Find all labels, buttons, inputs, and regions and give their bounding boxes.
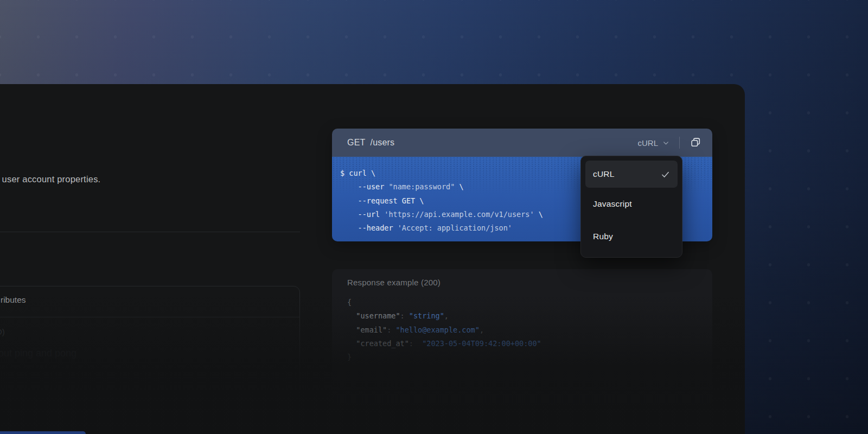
code-segment: --user — [340, 182, 388, 191]
code-segment: $ curl \ — [340, 169, 375, 177]
dropdown-item-curl[interactable]: cURL — [585, 161, 678, 188]
code-segment: 'https://api.example.com/v1/users' — [384, 210, 534, 219]
code-line: "email": "hello@example.com", — [347, 323, 697, 337]
copy-icon — [690, 136, 701, 150]
chevron-down-icon — [662, 139, 669, 146]
code-line: "created_at": "2023-05-04T09:42:00+00:00… — [347, 337, 697, 350]
header-divider — [679, 137, 680, 149]
code-segment: "username" — [356, 311, 400, 320]
code-segment: { — [347, 298, 352, 307]
dropdown-item-javascript[interactable]: Javascript — [585, 188, 678, 220]
code-block-controls: cURL — [637, 135, 703, 151]
language-dropdown-menu: cURLJavascriptRuby — [580, 156, 682, 258]
endpoint-path: /users — [371, 138, 395, 148]
dropdown-item-label: Javascript — [593, 199, 632, 209]
code-segment: } — [347, 353, 352, 361]
response-example-title: Response example (200) — [347, 278, 697, 287]
endpoint-description: t user account properties. — [0, 174, 100, 184]
code-segment: , — [480, 326, 484, 334]
check-icon — [661, 170, 670, 179]
code-segment: : — [409, 339, 422, 348]
code-segment: "name:password" — [388, 182, 455, 191]
code-segment: "created_at" — [356, 339, 409, 348]
code-segment: "string" — [409, 311, 444, 320]
code-segment: "hello@example.com" — [395, 326, 479, 334]
code-line: "username": "string", — [347, 309, 697, 323]
response-example-panel: Response example (200) { "username": "st… — [332, 269, 712, 405]
code-segment: --request GET \ — [340, 196, 424, 205]
code-segment: \ — [455, 182, 463, 191]
http-method: GET — [347, 138, 366, 148]
code-block-header: GET /users cURL — [332, 129, 712, 157]
attribute-row: D) — [0, 327, 5, 336]
code-segment: --header — [340, 224, 398, 232]
code-segment: "email" — [356, 326, 387, 334]
language-selector[interactable]: cURL — [637, 138, 669, 148]
attributes-heading: ributes — [1, 295, 26, 305]
attributes-table: ributes — [0, 286, 300, 434]
code-segment — [347, 339, 356, 348]
code-segment — [347, 311, 356, 320]
section-divider — [0, 232, 300, 232]
selected-language-label: cURL — [637, 138, 658, 148]
code-segment: 'Accept: application/json' — [398, 224, 512, 232]
code-line: } — [347, 350, 697, 364]
response-json: { "username": "string", "email": "hello@… — [347, 296, 697, 364]
endpoint-label: GET /users — [347, 138, 394, 148]
dropdown-item-label: Ruby — [593, 232, 613, 241]
code-segment: \ — [534, 210, 543, 219]
next-code-block-edge — [0, 431, 86, 434]
attributes-divider — [0, 317, 299, 317]
code-segment — [347, 326, 356, 334]
code-segment: , — [444, 311, 449, 320]
code-line: { — [347, 296, 697, 309]
dropdown-item-label: cURL — [593, 169, 615, 179]
copy-button[interactable] — [688, 135, 703, 151]
code-segment: : — [387, 326, 395, 334]
code-segment: "2023-05-04T09:42:00+00:00" — [422, 339, 541, 348]
docs-panel: t user account properties. ributes D) ou… — [0, 84, 745, 434]
attribute-description: out ping and pong — [0, 348, 76, 359]
code-segment: : — [400, 311, 409, 320]
code-segment: --url — [340, 210, 384, 219]
dropdown-item-ruby[interactable]: Ruby — [585, 220, 678, 253]
